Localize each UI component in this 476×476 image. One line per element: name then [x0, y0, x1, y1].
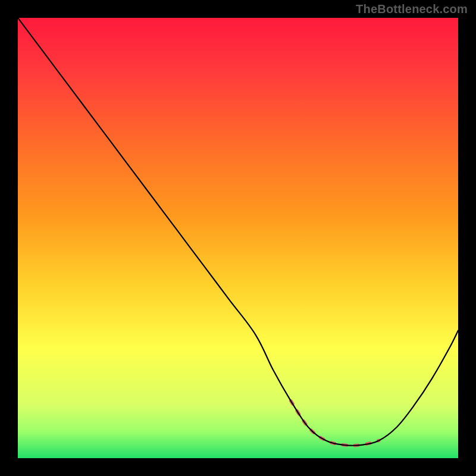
chart-plot-area: [18, 18, 458, 458]
bottleneck-chart: [18, 18, 458, 458]
watermark-text: TheBottleneck.com: [356, 2, 468, 16]
chart-background: [18, 18, 458, 458]
